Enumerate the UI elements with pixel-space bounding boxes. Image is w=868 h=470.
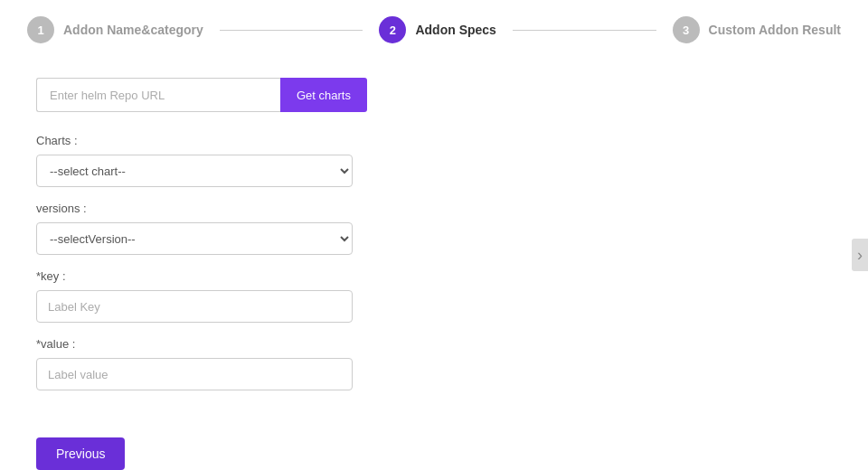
step-2-label: Addon Specs (415, 23, 495, 37)
helm-row: Get charts (36, 78, 832, 112)
value-group: *value : (36, 337, 832, 390)
helm-url-input[interactable] (36, 78, 280, 112)
step-3-number: 3 (683, 24, 689, 37)
charts-label: Charts : (36, 134, 832, 147)
charts-select[interactable]: --select chart-- (36, 155, 353, 187)
key-label: *key : (36, 269, 832, 283)
step-1-label: Addon Name&category (63, 23, 203, 37)
step-3-circle: 3 (673, 16, 700, 43)
value-label: *value : (36, 337, 832, 351)
versions-label: versions : (36, 202, 832, 215)
step-1: 1 Addon Name&category (27, 16, 203, 43)
value-input[interactable] (36, 358, 353, 390)
step-divider-2 (513, 30, 656, 31)
right-arrow-handle[interactable] (852, 239, 868, 271)
step-1-circle: 1 (27, 16, 54, 43)
key-input[interactable] (36, 290, 353, 323)
step-3-label: Custom Addon Result (709, 23, 841, 37)
key-group: *key : (36, 269, 832, 323)
step-1-number: 1 (37, 24, 43, 37)
versions-group: versions : --selectVersion-- (36, 202, 832, 255)
step-3: 3 Custom Addon Result (673, 16, 841, 43)
previous-button[interactable]: Previous (36, 437, 125, 470)
step-divider-1 (220, 30, 363, 31)
versions-select[interactable]: --selectVersion-- (36, 222, 353, 255)
form-area: Get charts Charts : --select chart-- ver… (0, 60, 868, 470)
step-2-circle: 2 (379, 16, 406, 43)
step-2: 2 Addon Specs (379, 16, 495, 43)
step-2-number: 2 (390, 24, 396, 37)
charts-group: Charts : --select chart-- (36, 134, 832, 187)
stepper: 1 Addon Name&category 2 Addon Specs 3 Cu… (0, 0, 868, 60)
get-charts-button[interactable]: Get charts (280, 78, 367, 112)
